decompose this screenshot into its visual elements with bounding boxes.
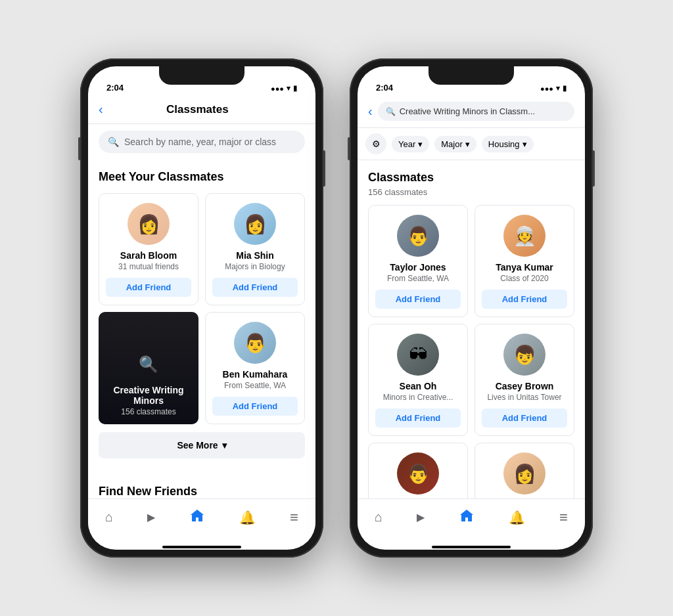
status-icons-1: ●●● ▾ ▮ xyxy=(271,84,297,93)
see-more-label: See More xyxy=(177,440,218,451)
avatar-taylor: 👨 xyxy=(397,215,439,257)
svg-marker-1 xyxy=(460,510,473,521)
name-sarah: Sarah Bloom xyxy=(120,250,177,261)
housing-filter-label: Housing xyxy=(488,139,520,149)
status-icons-2: ●●● ▾ ▮ xyxy=(540,84,567,93)
person-card-noah: 👨 Noah Green From Seattle, WA Add Friend xyxy=(368,443,468,498)
avatar-mia: 👩 xyxy=(234,203,276,245)
avatar-ben: 👨 xyxy=(234,322,276,364)
housing-chevron: ▾ xyxy=(522,139,527,149)
scroll-body-2[interactable]: Classmates 156 classmates 👨 Taylor Jones… xyxy=(358,160,585,498)
back-button-2[interactable]: ‹ xyxy=(368,104,373,119)
add-friend-taylor[interactable]: Add Friend xyxy=(375,290,461,309)
search-bar-1[interactable]: 🔍 Search by name, year, major or class xyxy=(99,131,305,153)
battery-icon-2: ▮ xyxy=(563,84,567,93)
avatar-sarah: 👩 xyxy=(128,203,170,245)
menu-nav-2[interactable]: ≡ xyxy=(551,506,576,529)
name-mia: Mia Shin xyxy=(236,250,274,261)
find-friends-section: Find New Friends xyxy=(88,474,315,498)
signal-icon: ●●● xyxy=(271,85,284,93)
major-filter[interactable]: Major ▾ xyxy=(434,136,476,152)
info-sarah: 31 mutual friends xyxy=(118,262,179,271)
search-bar-2[interactable]: 🔍 Creative Writing Minors in Classm... xyxy=(378,102,574,121)
campus-nav-1[interactable] xyxy=(181,506,213,529)
search-icon-2: 🔍 xyxy=(386,107,396,116)
add-friend-casey[interactable]: Add Friend xyxy=(482,408,567,428)
bell-nav-2[interactable]: 🔔 xyxy=(501,507,533,528)
classmates-section-2: Classmates 156 classmates 👨 Taylor Jones… xyxy=(358,160,585,498)
find-friends-title: Find New Friends xyxy=(99,485,305,498)
nav-header-2: ‹ 🔍 Creative Writing Minors in Classm... xyxy=(358,95,585,128)
video-nav-2[interactable]: ▶ xyxy=(409,508,432,526)
add-friend-ben[interactable]: Add Friend xyxy=(212,397,298,416)
home-nav-1[interactable]: ⌂ xyxy=(97,507,121,527)
section-title-2: Classmates xyxy=(368,171,574,185)
name-sean: Sean Oh xyxy=(400,381,437,391)
name-casey: Casey Brown xyxy=(496,381,554,391)
avatar-noah: 👨 xyxy=(397,452,439,495)
battery-icon: ▮ xyxy=(293,84,297,93)
phone-1-screen: 2:04 ●●● ▾ ▮ ‹ Classmates 🔍 Search by na… xyxy=(88,66,315,550)
home-indicator-2 xyxy=(432,546,511,548)
year-chevron: ▾ xyxy=(418,139,423,149)
add-friend-tanya[interactable]: Add Friend xyxy=(482,290,567,309)
group-name: Creative Writing Minors xyxy=(105,385,192,406)
bell-nav-1[interactable]: 🔔 xyxy=(231,507,264,528)
person-card-sarah: 👩 Sarah Bloom 31 mutual friends Add Frie… xyxy=(99,193,198,305)
filter-icon-button[interactable]: ⚙ xyxy=(365,133,386,154)
section-subtitle-2: 156 classmates xyxy=(368,187,574,197)
video-nav-1[interactable]: ▶ xyxy=(139,508,163,526)
avatar-tanya: 👳 xyxy=(503,215,545,257)
housing-filter[interactable]: Housing ▾ xyxy=(482,136,534,152)
add-friend-sarah[interactable]: Add Friend xyxy=(106,278,191,297)
phone-2: 2:04 ●●● ▾ ▮ ‹ 🔍 Creative Writing Minors… xyxy=(350,58,593,558)
group-count: 156 classmates xyxy=(121,407,175,416)
back-button-1[interactable]: ‹ xyxy=(99,102,103,117)
info-taylor: From Seattle, WA xyxy=(387,274,449,283)
person-card-ben: 👨 Ben Kumahara From Seattle, WA Add Frie… xyxy=(205,312,305,424)
avatar-alice: 👩 xyxy=(503,452,545,495)
card-grid-1: 👩 Sarah Bloom 31 mutual friends Add Frie… xyxy=(99,193,305,424)
see-more-button[interactable]: See More ▾ xyxy=(99,432,305,458)
scroll-body-1[interactable]: Meet Your Classmates 👩 Sarah Bloom 31 mu… xyxy=(88,160,315,498)
notch-2 xyxy=(429,66,514,85)
home-nav-2[interactable]: ⌂ xyxy=(367,507,390,527)
person-card-tanya: 👳 Tanya Kumar Class of 2020 Add Friend xyxy=(475,205,574,317)
name-ben: Ben Kumahara xyxy=(223,369,288,380)
nav-header-1: ‹ Classmates xyxy=(88,95,315,124)
status-time-1: 2:04 xyxy=(106,83,124,93)
phone-2-screen: 2:04 ●●● ▾ ▮ ‹ 🔍 Creative Writing Minors… xyxy=(358,66,585,550)
search-text-2: Creative Writing Minors in Classm... xyxy=(400,106,535,116)
phone-1: 2:04 ●●● ▾ ▮ ‹ Classmates 🔍 Search by na… xyxy=(80,58,323,558)
name-taylor: Taylor Jones xyxy=(390,262,446,273)
avatar-casey: 👦 xyxy=(503,334,545,376)
group-card-creative[interactable]: 🔍 Creative Writing Minors 156 classmates xyxy=(99,312,198,424)
major-filter-label: Major xyxy=(441,139,463,149)
page-title-1: Classmates xyxy=(108,103,287,116)
campus-nav-2[interactable] xyxy=(451,506,482,529)
bottom-nav-1: ⌂ ▶ 🔔 ≡ xyxy=(88,498,315,542)
info-sean: Minors in Creative... xyxy=(383,393,453,402)
person-card-casey: 👦 Casey Brown Lives in Unitas Tower Add … xyxy=(475,324,574,436)
person-card-alice: 👩 Alice Rissler Class of 2024 Add Friend xyxy=(475,443,574,498)
svg-marker-0 xyxy=(191,510,204,521)
wifi-icon: ▾ xyxy=(287,84,290,93)
info-casey: Lives in Unitas Tower xyxy=(487,393,561,402)
add-friend-sean[interactable]: Add Friend xyxy=(375,408,461,428)
person-card-taylor: 👨 Taylor Jones From Seattle, WA Add Frie… xyxy=(368,205,468,317)
year-filter[interactable]: Year ▾ xyxy=(392,136,429,152)
signal-icon-2: ●●● xyxy=(540,85,553,93)
card-grid-2: 👨 Taylor Jones From Seattle, WA Add Frie… xyxy=(368,205,574,498)
search-container-1: 🔍 Search by name, year, major or class xyxy=(88,124,315,160)
name-tanya: Tanya Kumar xyxy=(496,262,553,273)
wifi-icon-2: ▾ xyxy=(556,84,560,93)
menu-nav-1[interactable]: ≡ xyxy=(282,506,306,529)
major-chevron: ▾ xyxy=(465,139,470,149)
status-time-2: 2:04 xyxy=(376,83,393,93)
info-ben: From Seattle, WA xyxy=(224,381,286,390)
bottom-nav-2: ⌂ ▶ 🔔 ≡ xyxy=(358,498,585,542)
notch-1 xyxy=(159,66,244,85)
add-friend-mia[interactable]: Add Friend xyxy=(212,278,298,297)
classmates-section-1: Meet Your Classmates 👩 Sarah Bloom 31 mu… xyxy=(88,160,315,469)
year-filter-label: Year xyxy=(398,139,415,149)
